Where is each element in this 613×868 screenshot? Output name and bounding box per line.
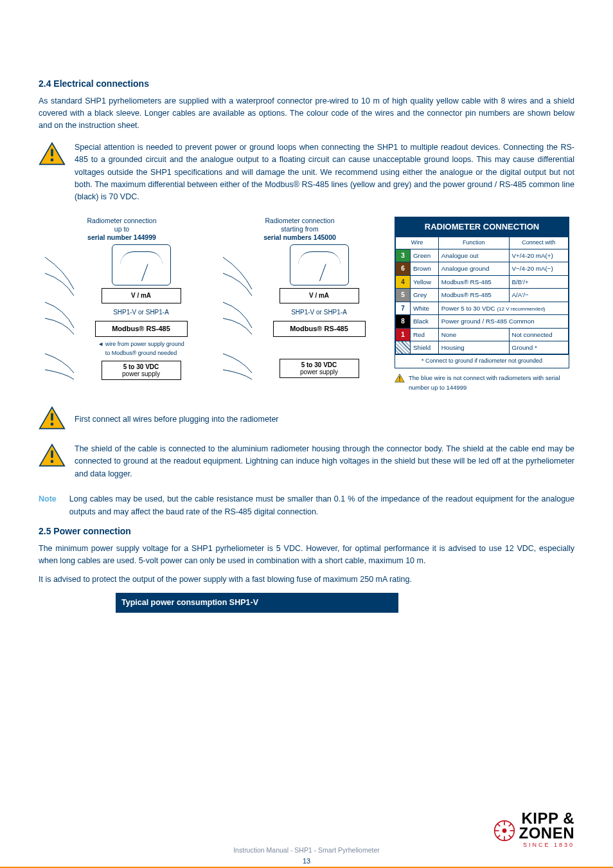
wire-function: Modbus® RS-485 (438, 289, 509, 302)
warning-icon (39, 406, 66, 434)
table-row: 3GreenAnalogue outV+/4-20 mA(+) (396, 249, 569, 262)
diagram-left-caption-3: serial number 144999 (39, 233, 205, 242)
diagram-right-caption-1: Radiometer connection (217, 217, 383, 225)
svg-rect-7 (51, 413, 53, 420)
wire-function: Analogue ground (438, 262, 509, 276)
wire-color: Black (411, 315, 439, 329)
wire-color: Grey (411, 289, 439, 302)
analogue-meter-icon (290, 244, 349, 285)
svg-point-8 (51, 422, 54, 426)
note-long-cables: Long cables may be used, but the cable r… (69, 493, 574, 518)
diagram-right-caption-3: serial numbers 145000 (217, 233, 383, 242)
table-row: 1RedNoneNot connected (396, 328, 569, 341)
wires-right-icon (217, 244, 255, 405)
wire-note-1: ◄ wire from power supply ground (98, 341, 184, 347)
caption-shp-left: SHP1-V or SHP1-A (113, 307, 169, 318)
diagram-left-caption-1: Radiometer connection (39, 217, 205, 225)
wire-color: Yellow (411, 275, 439, 289)
box-v-ma-left: V / mA (102, 288, 181, 303)
logo-mark-icon (493, 820, 515, 842)
footer-doc-title: Instruction Manual - SHP1 - Smart Pyrhel… (0, 845, 613, 855)
wire-connect: B/B'/+ (509, 275, 568, 289)
svg-line-21 (497, 835, 499, 838)
logo-text-2: ZONEN (519, 826, 575, 841)
col-function: Function (438, 237, 509, 249)
conn-table-title: RADIOMETER CONNECTION (395, 217, 569, 237)
wire-color: Green (411, 249, 439, 262)
section-2-5-heading: 2.5 Power connection (39, 525, 574, 539)
wire-function: Analogue out (438, 249, 509, 262)
table-row: 4YellowModbus® RS-485B/B'/+ (396, 275, 569, 289)
box-modbus-right: Modbus® RS-485 (273, 321, 366, 337)
svg-point-5 (399, 380, 400, 381)
section-2-5-p1: The minimum power supply voltage for a S… (39, 543, 574, 568)
diagram-serial-from-145000: Radiometer connection starting from seri… (217, 217, 383, 397)
power-consumption-table: Typical power consumption SHP1-V (116, 593, 398, 613)
wire-note-2: to Modbus® ground needed (105, 350, 177, 356)
section-2-4-heading: 2.4 Electrical connections (39, 77, 574, 91)
wire-function: Modbus® RS-485 (438, 275, 509, 289)
wire-connect: V−/4-20 mA(−) (509, 262, 568, 276)
svg-line-20 (508, 824, 511, 826)
note-label: Note (39, 493, 57, 518)
wire-function: Power ground / RS-485 Common (438, 315, 568, 329)
shield-pin-icon (396, 341, 411, 354)
svg-rect-1 (51, 149, 53, 156)
warning-icon (39, 443, 66, 487)
table-row: 5GreyModbus® RS-485A/A'/− (396, 289, 569, 302)
svg-line-19 (508, 835, 511, 838)
caption-shp-right: SHP1-V or SHP1-A (291, 307, 347, 318)
wire-connect: V+/4-20 mA(+) (509, 249, 568, 262)
warning-connect-first: First connect all wires before plugging … (75, 413, 574, 426)
wire-function: None (438, 328, 509, 341)
box-psu-left: 5 to 30 VDC power supply (102, 361, 181, 380)
blue-wire-note: The blue wire is not connect with radiom… (395, 374, 574, 392)
pin-number: 1 (396, 328, 411, 341)
diagram-serial-upto-144999: Radiometer connection up to serial numbe… (39, 217, 205, 397)
page-number: 13 (0, 856, 613, 867)
pin-number: 8 (396, 315, 411, 329)
col-connect-with: Connect with (509, 237, 568, 249)
wire-color: Brown (411, 262, 439, 276)
table-row: 8BlackPower ground / RS-485 Common (396, 315, 569, 329)
wire-connect: A/A'/− (509, 289, 568, 302)
svg-point-11 (51, 460, 54, 463)
pin-number: 4 (396, 275, 411, 289)
table-row: 6BrownAnalogue groundV−/4-20 mA(−) (396, 262, 569, 276)
radiometer-connection-table: RADIOMETER CONNECTION Wire Function Conn… (395, 217, 569, 369)
wire-function: Power 5 to 30 VDC (12 V recommended) (438, 302, 568, 315)
warning-icon (39, 141, 66, 210)
table-row: 7WhitePower 5 to 30 VDC (12 V recommende… (396, 302, 569, 315)
warning-shield: The shield of the cable is connected to … (75, 443, 574, 480)
analogue-meter-icon (112, 244, 171, 285)
warning-ground-loops: Special attention is needed to prevent p… (75, 141, 574, 204)
section-2-5-p2: It is advised to protect the output of t… (39, 574, 574, 586)
col-wire: Wire (396, 237, 439, 249)
svg-rect-10 (51, 450, 53, 458)
wires-left-icon (39, 244, 77, 405)
warning-icon (395, 374, 405, 383)
row-shield: Shield Housing Ground * (396, 341, 569, 354)
box-v-ma-right: V / mA (280, 288, 359, 303)
wire-color: White (411, 302, 439, 315)
svg-point-2 (51, 158, 54, 161)
svg-line-18 (497, 824, 499, 826)
svg-rect-4 (399, 376, 400, 379)
pin-number: 3 (396, 249, 411, 262)
box-psu-right: 5 to 30 VDC power supply (280, 359, 359, 378)
wire-connect: Not connected (509, 328, 568, 341)
svg-point-13 (502, 829, 506, 833)
wire-color: Red (411, 328, 439, 341)
power-table-title: Typical power consumption SHP1-V (116, 593, 398, 612)
pin-number: 7 (396, 302, 411, 315)
pin-number: 6 (396, 262, 411, 276)
section-2-4-intro: As standard SHP1 pyrheliometers are supp… (39, 95, 574, 132)
conn-table-footnote: * Connect to ground if radiometer not gr… (395, 354, 569, 368)
diagram-left-caption-2: up to (39, 225, 205, 233)
diagram-right-caption-2: starting from (217, 225, 383, 233)
box-modbus-left: Modbus® RS-485 (95, 321, 188, 337)
pin-number: 5 (396, 289, 411, 302)
